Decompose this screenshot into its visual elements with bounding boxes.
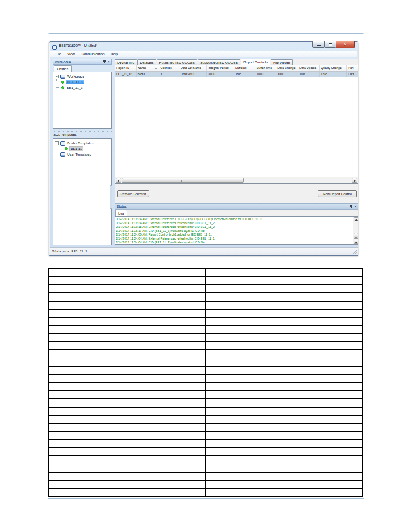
table-cell	[49, 310, 206, 317]
work-area-tab-untitled[interactable]: Untitled	[54, 65, 72, 72]
table-row	[49, 269, 362, 277]
table-row	[49, 416, 362, 424]
scrollbar-thumb[interactable]	[122, 178, 244, 183]
scroll-down-icon[interactable]	[354, 240, 358, 244]
table-cell	[206, 367, 363, 374]
grid-row-selected[interactable]: BE1_11_1P...brcb11DataSet015000True1000T…	[115, 72, 358, 77]
table-cell	[49, 285, 206, 292]
table-cell	[206, 383, 363, 390]
remove-selected-button[interactable]: Remove Selected	[117, 190, 149, 197]
menu-file[interactable]: File	[53, 52, 64, 56]
table-cell	[49, 448, 206, 455]
table-cell	[206, 285, 363, 292]
tree-node-workspace[interactable]: − Workspace	[53, 74, 111, 79]
tree-node-be1-11-2[interactable]: BE1_11_2	[53, 85, 111, 90]
log-lines: 3/14/2014 11:18:24 AM: External Referenc…	[116, 217, 352, 244]
column-header-confrev[interactable]: ConfRev	[159, 65, 179, 71]
table-cell	[206, 481, 363, 488]
table-cell	[49, 367, 206, 374]
scroll-left-icon[interactable]	[116, 178, 121, 183]
document-page: BEST61850™ - Untitled* ✕ FileViewCommuni…	[0, 0, 411, 532]
templates-icon	[60, 141, 65, 146]
log-tab[interactable]: Log	[115, 210, 127, 216]
table-cell	[206, 293, 363, 301]
collapse-icon[interactable]: −	[55, 141, 59, 145]
tab-published-ied-goose[interactable]: Published IED GOOSE	[157, 59, 197, 65]
panel-close-icon[interactable]: ✕	[354, 205, 357, 208]
maximize-button[interactable]	[324, 41, 336, 48]
column-header-data-change[interactable]: Data Change	[276, 65, 298, 71]
menu-view[interactable]: View	[65, 52, 77, 56]
column-header-name[interactable]: Name	[137, 65, 159, 71]
table-cell	[49, 464, 206, 472]
splitter-grip[interactable]	[110, 185, 112, 209]
tab-file-viewer[interactable]: File Viewer	[271, 59, 293, 65]
panel-close-icon[interactable]: ✕	[107, 60, 110, 63]
green-status-icon	[61, 86, 64, 89]
table-cell	[49, 334, 206, 341]
table-cell	[49, 416, 206, 423]
dock-splitter[interactable]	[53, 131, 112, 132]
menu-communication[interactable]: Communication	[78, 52, 107, 56]
new-report-control-button[interactable]: New Report Control	[318, 190, 357, 197]
table-row	[49, 326, 362, 334]
column-header-data-set-name[interactable]: Data Set Name	[179, 65, 207, 71]
column-header-quality-change[interactable]: Quality Change	[320, 65, 347, 71]
status-bar: Workspace: BE1_11_1	[50, 247, 358, 255]
window-title: BEST61850™ - Untitled*	[59, 44, 97, 47]
scl-templates-tree: − Basler Templates BE1-11 User Templates	[53, 138, 112, 245]
tab-datasets[interactable]: Datasets	[137, 59, 156, 65]
top-divider-rule	[48, 33, 364, 34]
green-status-icon	[65, 147, 68, 150]
column-header-data-update[interactable]: Data Update	[298, 65, 320, 71]
tree-node-basler-templates[interactable]: − Basler Templates	[53, 140, 111, 146]
resize-grip-icon[interactable]	[353, 250, 357, 254]
title-bar[interactable]: BEST61850™ - Untitled* ✕	[49, 42, 358, 50]
table-cell	[206, 358, 363, 366]
log-entry: 3/14/2014 11:24:00 AM: Report Control br…	[116, 233, 352, 236]
table-cell	[49, 481, 206, 488]
table-cell	[49, 456, 206, 464]
cell-integrity-period: 5000	[207, 72, 234, 77]
vertical-scrollbar[interactable]	[353, 217, 358, 244]
pin-icon[interactable]	[350, 205, 352, 208]
table-cell	[206, 350, 363, 358]
table-row	[49, 358, 362, 367]
table-cell	[49, 424, 206, 431]
table-row	[49, 367, 362, 375]
table-row	[49, 310, 362, 318]
table-row	[49, 302, 362, 310]
tree-guide	[56, 146, 59, 149]
tree-node-be1-11[interactable]: BE1-11	[53, 146, 111, 152]
maximize-icon	[329, 43, 332, 46]
status-panel-header: Status ✕	[115, 203, 358, 210]
scroll-up-icon[interactable]	[354, 217, 358, 221]
table-cell	[49, 342, 206, 349]
tab-subscribed-ied-goose[interactable]: Subscribed IED GOOSE	[198, 59, 240, 65]
menu-help[interactable]: Help	[108, 52, 120, 56]
tree-node-be1-11-1[interactable]: BE1_11_1	[53, 79, 111, 85]
column-header-buffer-time[interactable]: Buffer Time	[255, 65, 277, 71]
close-button[interactable]: ✕	[336, 41, 355, 48]
pin-icon[interactable]	[103, 60, 106, 63]
minimize-button[interactable]	[312, 41, 325, 48]
collapse-icon[interactable]: −	[55, 75, 59, 78]
tab-device-info[interactable]: Device Info	[115, 59, 137, 65]
column-header-buffered[interactable]: Buffered	[234, 65, 255, 71]
window-controls: ✕	[313, 41, 355, 48]
column-header-peri[interactable]: Peri	[347, 65, 358, 71]
tab-strip: Device InfoDatasetsPublished IED GOOSESu…	[115, 59, 358, 65]
column-header-report-id[interactable]: Report ID	[115, 65, 137, 71]
tree-node-user-templates[interactable]: User Templates	[53, 152, 111, 157]
log-entry: 3/14/2014 11:19:16 AM: External Referenc…	[116, 225, 352, 229]
cell-data-set-name: DataSet01	[179, 72, 207, 77]
column-header-integrity-period[interactable]: Integrity Period	[207, 65, 234, 71]
workspace-tree: − Workspace BE1_11_1 BE1_11_2	[53, 72, 112, 129]
scroll-right-icon[interactable]	[352, 178, 357, 183]
scrollbar-thumb[interactable]	[354, 233, 358, 239]
log-box: 3/14/2014 11:18:24 AM: External Referenc…	[115, 216, 358, 245]
table-cell	[49, 432, 206, 439]
horizontal-scrollbar[interactable]	[115, 177, 358, 183]
work-area-title: Work Area	[55, 60, 71, 64]
tab-report-controls[interactable]: Report Controls	[241, 59, 270, 65]
